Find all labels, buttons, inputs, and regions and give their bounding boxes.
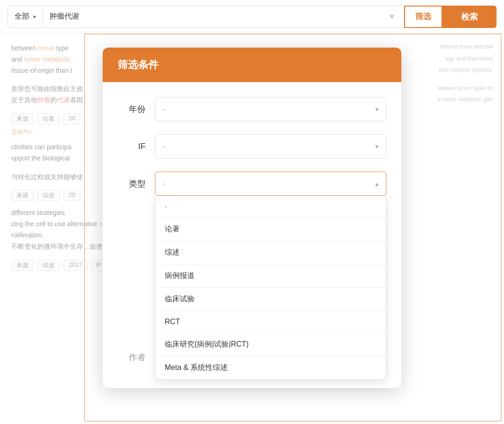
type-chevron-icon: ▴ [375, 180, 378, 188]
type-row: 类型 - ▴ - 论著 综述 病例报道 临床试验 RCT 临床研究(病例|试验|… [118, 172, 386, 196]
dialog-body: 年份 - ▾ IF - ▾ 类型 - ▴ [103, 82, 401, 388]
if-select[interactable]: - ▾ [155, 134, 386, 159]
search-button[interactable]: 检索 [442, 6, 497, 28]
clear-button[interactable]: × [386, 12, 397, 21]
type-dropdown: - 论著 综述 病例报道 临床试验 RCT 临床研究(病例|试验|RCT) Me… [155, 196, 386, 380]
if-row: IF - ▾ [118, 134, 386, 159]
search-bar: 全部 ▾ × 筛选 检索 [0, 0, 504, 34]
dialog-title: 筛选条件 [118, 59, 159, 70]
dropdown-item-linchuang[interactable]: 临床试验 [155, 288, 386, 311]
dropdown-item-rct[interactable]: RCT [155, 311, 386, 333]
dialog-header: 筛选条件 [103, 48, 401, 82]
dropdown-item-bingli[interactable]: 病例报道 [155, 264, 386, 288]
dropdown-item-linchuang2[interactable]: 临床研究(病例|试验|RCT) [155, 333, 386, 356]
if-value: - [163, 142, 165, 151]
search-input[interactable] [49, 13, 386, 21]
if-chevron-icon: ▾ [375, 143, 378, 150]
filter-button[interactable]: 筛选 [404, 6, 442, 28]
type-select[interactable]: - ▴ [155, 172, 386, 196]
type-label: 类型 [118, 178, 155, 189]
year-chevron-icon: ▾ [375, 105, 378, 113]
type-value: - [163, 180, 165, 188]
dropdown-item-zongshu[interactable]: 综述 [155, 241, 386, 264]
type-selector-chevron: ▾ [33, 14, 36, 20]
year-label: 年份 [118, 104, 155, 115]
filter-dialog: 筛选条件 年份 - ▾ IF - ▾ 类型 [103, 48, 401, 388]
year-select[interactable]: - ▾ [155, 97, 386, 121]
year-value: - [163, 105, 165, 113]
type-selector[interactable]: 全部 ▾ [7, 6, 42, 28]
search-input-wrap: × [42, 6, 404, 28]
author-label: 作者 [118, 352, 155, 363]
dropdown-item-dash[interactable]: - [155, 196, 386, 218]
dropdown-item-meta[interactable]: Meta & 系统性综述 [155, 356, 386, 379]
if-label: IF [118, 142, 155, 152]
dropdown-item-lunzhu[interactable]: 论著 [155, 218, 386, 241]
year-row: 年份 - ▾ [118, 97, 386, 121]
type-selector-label: 全部 [14, 12, 29, 21]
filter-dialog-backdrop: 筛选条件 年份 - ▾ IF - ▾ 类型 [0, 34, 504, 424]
